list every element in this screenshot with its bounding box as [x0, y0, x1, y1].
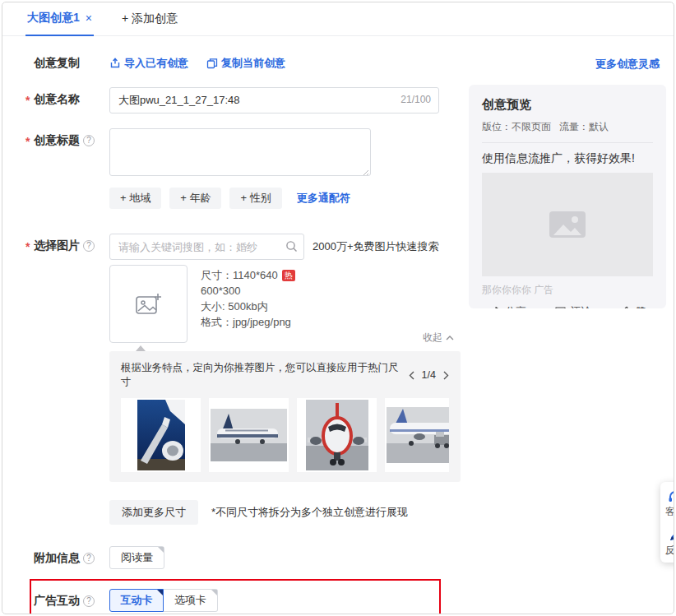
- creative-title-textarea[interactable]: [109, 128, 371, 176]
- recommended-thumbnails: [121, 398, 449, 472]
- preview-title: 创意预览: [482, 97, 653, 113]
- insert-region-tag-button[interactable]: + 地域: [109, 188, 161, 209]
- add-image-icon: [134, 291, 164, 317]
- customer-service-button[interactable]: 客服: [664, 490, 674, 519]
- pen-icon: [669, 529, 675, 542]
- copy-icon: [206, 58, 218, 69]
- copy-row: 创意复制 导入已有创意 复制当前创意: [34, 56, 467, 71]
- chevron-left-icon: [409, 371, 414, 380]
- extra-info-help-icon[interactable]: ?: [83, 553, 95, 564]
- feedback-button[interactable]: 反馈: [664, 529, 674, 558]
- comment-button[interactable]: 评论: [554, 304, 592, 308]
- title-row-label: 创意标题 ?: [34, 128, 109, 148]
- add-creative-tab[interactable]: + 添加创意: [122, 12, 178, 26]
- airplane-gate-loading-photo[interactable]: [385, 398, 449, 472]
- image-search-hint: 2000万+免费图片快速搜索: [313, 239, 439, 254]
- more-wildcards-link[interactable]: 更多通配符: [297, 191, 350, 206]
- chevron-up-icon: [446, 336, 454, 340]
- tab-creative-1[interactable]: 大图创意1 ×: [25, 2, 94, 36]
- creative-name-input[interactable]: [109, 87, 439, 113]
- preview-placement: 版位：不限页面: [482, 120, 551, 134]
- image-spec-list: 尺寸：1140*640 热 600*300 大小: 500kb内 格式：jpg/…: [201, 265, 295, 343]
- insert-gender-tag-button[interactable]: + 性别: [229, 188, 281, 209]
- recommended-images-panel: 根据业务特点，定向为你推荐图片，您可以直接应用于热门尺寸 1/4: [109, 351, 461, 482]
- image-help-icon[interactable]: ?: [83, 240, 95, 252]
- add-more-sizes-button[interactable]: 添加更多尺寸: [109, 500, 198, 525]
- tab-creative-1-label: 大图创意1: [27, 11, 80, 25]
- option-corner-mark: [158, 547, 164, 553]
- name-row: 创意名称 21/100: [34, 87, 467, 113]
- creative-tabbar: 大图创意1 × + 添加创意: [2, 2, 674, 36]
- floating-help-widget: 客服 反馈: [660, 482, 674, 563]
- name-row-label: 创意名称: [34, 87, 109, 107]
- title-row: 创意标题 ? + 地域 + 年龄 + 性别 更多通配符: [34, 128, 467, 209]
- import-creative-button[interactable]: 导入已有创意: [109, 56, 188, 71]
- ad-interaction-highlight-box: 广告互动 ? 互动卡 选项卡 请绑定百家号账户，若无百家号账户请到百家号: [30, 579, 441, 614]
- ad-interaction-help-icon[interactable]: ?: [83, 595, 95, 607]
- share-icon: [488, 306, 501, 308]
- airplane-tarmac-side-photo[interactable]: [209, 398, 289, 472]
- share-button[interactable]: 分享: [488, 304, 526, 308]
- spec-format: 格式：jpg/jpeg/png: [201, 314, 295, 330]
- ad-interaction-row: 广告互动 ? 互动卡 选项卡: [34, 589, 439, 612]
- choice-card-option[interactable]: 选项卡: [164, 589, 218, 612]
- creative-preview-panel: 创意预览 版位：不限页面 流量：默认 使用信息流推广，获得好效果! 那你你你你 …: [469, 85, 666, 308]
- comment-icon: [554, 306, 567, 308]
- page-indicator: 1/4: [422, 369, 436, 381]
- extra-info-row: 附加信息 ? 阅读量: [34, 546, 467, 569]
- option-corner-mark: [211, 590, 217, 595]
- search-icon[interactable]: [285, 240, 298, 252]
- like-button[interactable]: 赞: [619, 304, 646, 308]
- ad-interaction-label: 广告互动 ?: [34, 589, 109, 609]
- image-row: 选择图片 ? 2000万+免费图片快速搜索: [34, 234, 467, 525]
- image-search-input[interactable]: [109, 234, 304, 260]
- image-placeholder-icon: [548, 208, 587, 241]
- spec-filesize: 大小: 500kb内: [201, 299, 295, 314]
- creative-editor-page: 大图创意1 × + 添加创意 更多创意灵感 创意复制 导入已有创意: [2, 2, 674, 614]
- char-counter: 21/100: [401, 94, 431, 105]
- preview-image-placeholder: [482, 173, 653, 276]
- chevron-right-icon: [443, 371, 449, 380]
- interaction-card-option[interactable]: 互动卡: [109, 589, 164, 612]
- more-inspiration-link[interactable]: 更多创意灵感: [595, 57, 660, 72]
- preview-advertiser: 那你你你你 广告: [482, 283, 653, 297]
- airplane-boarding-stairs-photo[interactable]: [121, 398, 201, 472]
- spec-size-2: 600*300: [201, 283, 295, 299]
- next-page-button[interactable]: [443, 371, 449, 380]
- recommend-text: 根据业务特点，定向为你推荐图片，您可以直接应用于热门尺寸: [121, 361, 402, 389]
- creative-form: 创意复制 导入已有创意 复制当前创意: [2, 36, 467, 614]
- panel-pointer-caret: [136, 345, 146, 351]
- insert-age-tag-button[interactable]: + 年龄: [169, 188, 221, 209]
- airplane-front-view-photo[interactable]: [297, 398, 377, 472]
- airplane-photo-4: [387, 407, 449, 463]
- read-count-option-button[interactable]: 阅读量: [109, 546, 164, 569]
- extra-info-label: 附加信息 ?: [34, 546, 109, 566]
- duplicate-creative-button[interactable]: 复制当前创意: [206, 56, 285, 71]
- copy-row-label: 创意复制: [34, 56, 109, 71]
- split-note: *不同尺寸将拆分为多个独立创意进行展现: [211, 505, 408, 520]
- collapse-toggle[interactable]: 收起: [423, 331, 454, 345]
- preview-divider: [482, 142, 653, 143]
- title-help-icon[interactable]: ?: [83, 135, 95, 146]
- upload-image-button[interactable]: [109, 265, 188, 343]
- like-icon: [619, 306, 632, 308]
- import-icon: [109, 58, 121, 69]
- headset-icon: [668, 490, 674, 503]
- airplane-photo-3: [306, 400, 368, 470]
- close-tab-icon[interactable]: ×: [86, 12, 92, 24]
- spec-size: 尺寸：1140*640: [201, 267, 278, 283]
- airplane-photo-2: [211, 409, 287, 461]
- prev-page-button[interactable]: [409, 371, 414, 380]
- preview-traffic: 流量：默认: [559, 120, 609, 134]
- image-row-label: 选择图片 ?: [34, 234, 109, 253]
- hot-badge: 热: [282, 270, 295, 281]
- airplane-photo-1: [137, 400, 185, 470]
- preview-headline: 使用信息流推广，获得好效果!: [482, 151, 653, 166]
- option-corner-mark: [157, 590, 163, 595]
